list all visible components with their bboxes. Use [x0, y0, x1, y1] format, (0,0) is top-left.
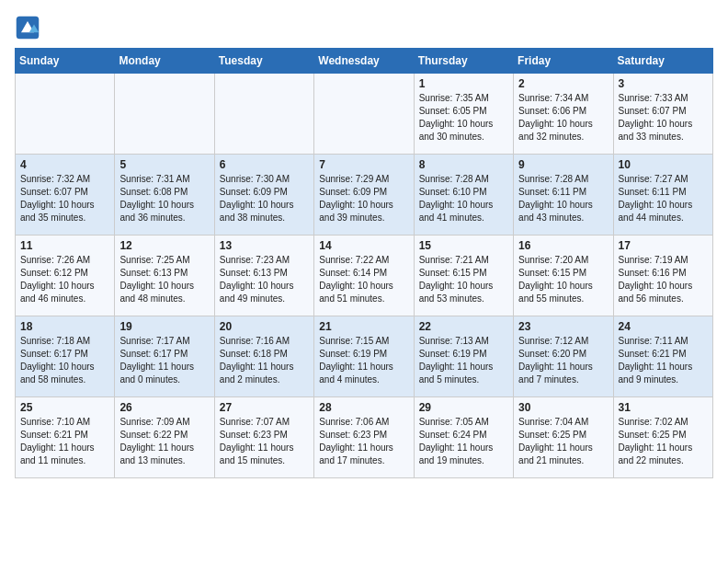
week-row-5: 25Sunrise: 7:10 AM Sunset: 6:21 PM Dayli… — [16, 397, 713, 478]
day-number: 12 — [119, 239, 209, 252]
day-info: Sunrise: 7:28 AM Sunset: 6:11 PM Dayligh… — [518, 173, 608, 224]
calendar-cell: 5Sunrise: 7:31 AM Sunset: 6:08 PM Daylig… — [115, 155, 214, 236]
day-info: Sunrise: 7:29 AM Sunset: 6:09 PM Dayligh… — [319, 173, 408, 224]
day-number: 24 — [619, 320, 708, 333]
calendar-cell: 20Sunrise: 7:16 AM Sunset: 6:18 PM Dayli… — [214, 316, 313, 397]
calendar-cell — [314, 74, 414, 155]
calendar-cell: 30Sunrise: 7:04 AM Sunset: 6:25 PM Dayli… — [514, 397, 613, 478]
col-header-wednesday: Wednesday — [314, 49, 414, 74]
header-row: SundayMondayTuesdayWednesdayThursdayFrid… — [16, 49, 713, 74]
day-info: Sunrise: 7:15 AM Sunset: 6:19 PM Dayligh… — [319, 335, 408, 386]
calendar-cell: 23Sunrise: 7:12 AM Sunset: 6:20 PM Dayli… — [514, 316, 613, 397]
day-info: Sunrise: 7:12 AM Sunset: 6:20 PM Dayligh… — [518, 335, 608, 386]
day-number: 28 — [319, 401, 408, 414]
calendar-cell: 9Sunrise: 7:28 AM Sunset: 6:11 PM Daylig… — [514, 155, 613, 236]
calendar-cell: 24Sunrise: 7:11 AM Sunset: 6:21 PM Dayli… — [613, 316, 712, 397]
calendar-cell — [16, 74, 115, 155]
calendar-table: SundayMondayTuesdayWednesdayThursdayFrid… — [15, 48, 713, 478]
day-info: Sunrise: 7:11 AM Sunset: 6:21 PM Dayligh… — [619, 335, 708, 386]
day-info: Sunrise: 7:22 AM Sunset: 6:14 PM Dayligh… — [319, 254, 408, 305]
day-info: Sunrise: 7:31 AM Sunset: 6:08 PM Dayligh… — [119, 173, 209, 224]
calendar-cell: 31Sunrise: 7:02 AM Sunset: 6:25 PM Dayli… — [613, 397, 712, 478]
calendar-cell: 27Sunrise: 7:07 AM Sunset: 6:23 PM Dayli… — [214, 397, 313, 478]
logo-icon — [15, 15, 40, 40]
day-number: 13 — [220, 239, 309, 252]
day-number: 19 — [119, 320, 209, 333]
calendar-cell: 25Sunrise: 7:10 AM Sunset: 6:21 PM Dayli… — [16, 397, 115, 478]
day-number: 23 — [518, 320, 608, 333]
calendar-cell: 21Sunrise: 7:15 AM Sunset: 6:19 PM Dayli… — [314, 316, 414, 397]
day-info: Sunrise: 7:18 AM Sunset: 6:17 PM Dayligh… — [20, 335, 109, 386]
day-number: 10 — [619, 158, 708, 171]
col-header-monday: Monday — [115, 49, 214, 74]
calendar-cell: 11Sunrise: 7:26 AM Sunset: 6:12 PM Dayli… — [16, 236, 115, 316]
day-number: 20 — [220, 320, 309, 333]
calendar-cell: 26Sunrise: 7:09 AM Sunset: 6:22 PM Dayli… — [115, 397, 214, 478]
calendar-cell: 17Sunrise: 7:19 AM Sunset: 6:16 PM Dayli… — [613, 236, 712, 316]
day-number: 26 — [119, 401, 209, 414]
day-number: 30 — [518, 401, 608, 414]
page-header — [15, 15, 713, 40]
day-info: Sunrise: 7:28 AM Sunset: 6:10 PM Dayligh… — [419, 173, 508, 224]
col-header-thursday: Thursday — [414, 49, 513, 74]
calendar-cell: 22Sunrise: 7:13 AM Sunset: 6:19 PM Dayli… — [414, 316, 513, 397]
calendar-cell: 8Sunrise: 7:28 AM Sunset: 6:10 PM Daylig… — [414, 155, 513, 236]
day-info: Sunrise: 7:27 AM Sunset: 6:11 PM Dayligh… — [619, 173, 708, 224]
day-info: Sunrise: 7:19 AM Sunset: 6:16 PM Dayligh… — [619, 254, 708, 305]
day-number: 16 — [518, 239, 608, 252]
calendar-cell: 29Sunrise: 7:05 AM Sunset: 6:24 PM Dayli… — [414, 397, 513, 478]
day-number: 31 — [619, 401, 708, 414]
day-info: Sunrise: 7:35 AM Sunset: 6:05 PM Dayligh… — [419, 92, 508, 144]
day-number: 7 — [319, 158, 408, 171]
calendar-cell: 12Sunrise: 7:25 AM Sunset: 6:13 PM Dayli… — [115, 236, 214, 316]
calendar-cell: 7Sunrise: 7:29 AM Sunset: 6:09 PM Daylig… — [314, 155, 414, 236]
calendar-cell: 6Sunrise: 7:30 AM Sunset: 6:09 PM Daylig… — [214, 155, 313, 236]
day-number: 18 — [20, 320, 109, 333]
week-row-3: 11Sunrise: 7:26 AM Sunset: 6:12 PM Dayli… — [16, 236, 713, 316]
calendar-cell: 15Sunrise: 7:21 AM Sunset: 6:15 PM Dayli… — [414, 236, 513, 316]
day-number: 15 — [419, 239, 508, 252]
day-number: 11 — [20, 239, 109, 252]
day-number: 4 — [20, 158, 109, 171]
day-number: 29 — [419, 401, 508, 414]
logo — [15, 15, 44, 40]
calendar-cell: 1Sunrise: 7:35 AM Sunset: 6:05 PM Daylig… — [414, 74, 513, 155]
day-info: Sunrise: 7:06 AM Sunset: 6:23 PM Dayligh… — [319, 416, 408, 467]
calendar-cell — [115, 74, 214, 155]
calendar-cell: 14Sunrise: 7:22 AM Sunset: 6:14 PM Dayli… — [314, 236, 414, 316]
day-number: 6 — [220, 158, 309, 171]
calendar-cell: 10Sunrise: 7:27 AM Sunset: 6:11 PM Dayli… — [613, 155, 712, 236]
day-info: Sunrise: 7:04 AM Sunset: 6:25 PM Dayligh… — [518, 416, 608, 467]
day-info: Sunrise: 7:34 AM Sunset: 6:06 PM Dayligh… — [518, 92, 608, 144]
day-info: Sunrise: 7:23 AM Sunset: 6:13 PM Dayligh… — [220, 254, 309, 305]
day-number: 8 — [419, 158, 508, 171]
day-number: 1 — [419, 77, 508, 90]
calendar-cell: 19Sunrise: 7:17 AM Sunset: 6:17 PM Dayli… — [115, 316, 214, 397]
week-row-4: 18Sunrise: 7:18 AM Sunset: 6:17 PM Dayli… — [16, 316, 713, 397]
day-info: Sunrise: 7:16 AM Sunset: 6:18 PM Dayligh… — [220, 335, 309, 386]
calendar-cell — [214, 74, 313, 155]
day-info: Sunrise: 7:32 AM Sunset: 6:07 PM Dayligh… — [20, 173, 109, 224]
calendar-cell: 3Sunrise: 7:33 AM Sunset: 6:07 PM Daylig… — [613, 74, 712, 155]
day-info: Sunrise: 7:26 AM Sunset: 6:12 PM Dayligh… — [20, 254, 109, 305]
day-number: 21 — [319, 320, 408, 333]
day-info: Sunrise: 7:30 AM Sunset: 6:09 PM Dayligh… — [220, 173, 309, 224]
day-info: Sunrise: 7:33 AM Sunset: 6:07 PM Dayligh… — [619, 92, 708, 144]
day-info: Sunrise: 7:05 AM Sunset: 6:24 PM Dayligh… — [419, 416, 508, 467]
col-header-tuesday: Tuesday — [214, 49, 313, 74]
week-row-2: 4Sunrise: 7:32 AM Sunset: 6:07 PM Daylig… — [16, 155, 713, 236]
col-header-saturday: Saturday — [613, 49, 712, 74]
day-number: 22 — [419, 320, 508, 333]
week-row-1: 1Sunrise: 7:35 AM Sunset: 6:05 PM Daylig… — [16, 74, 713, 155]
calendar-cell: 28Sunrise: 7:06 AM Sunset: 6:23 PM Dayli… — [314, 397, 414, 478]
day-info: Sunrise: 7:21 AM Sunset: 6:15 PM Dayligh… — [419, 254, 508, 305]
day-info: Sunrise: 7:20 AM Sunset: 6:15 PM Dayligh… — [518, 254, 608, 305]
day-info: Sunrise: 7:13 AM Sunset: 6:19 PM Dayligh… — [419, 335, 508, 386]
day-info: Sunrise: 7:25 AM Sunset: 6:13 PM Dayligh… — [119, 254, 209, 305]
day-number: 17 — [619, 239, 708, 252]
calendar-cell: 2Sunrise: 7:34 AM Sunset: 6:06 PM Daylig… — [514, 74, 613, 155]
col-header-friday: Friday — [514, 49, 613, 74]
day-info: Sunrise: 7:17 AM Sunset: 6:17 PM Dayligh… — [119, 335, 209, 386]
calendar-cell: 13Sunrise: 7:23 AM Sunset: 6:13 PM Dayli… — [214, 236, 313, 316]
day-number: 25 — [20, 401, 109, 414]
